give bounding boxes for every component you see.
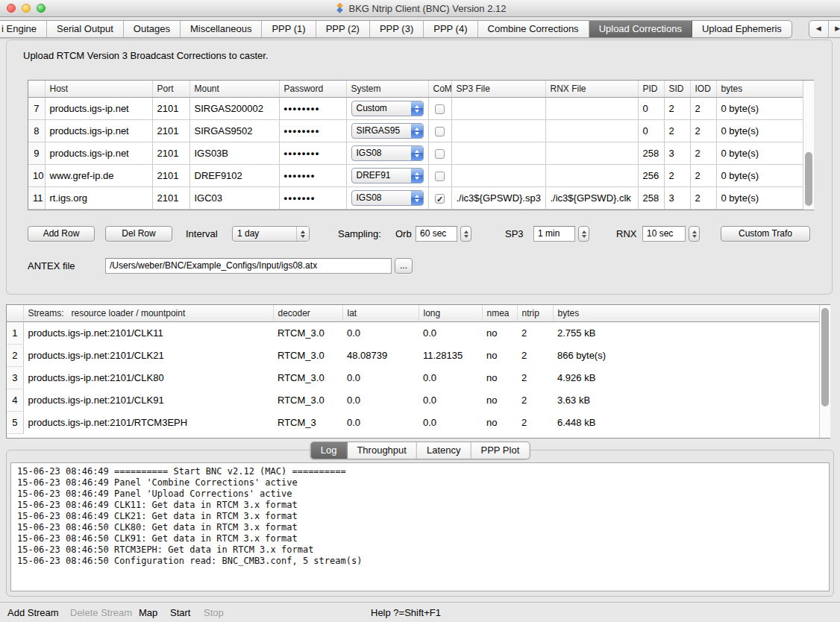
system-select[interactable]: IGS08 xyxy=(351,190,424,206)
upload-col-sid[interactable]: SID xyxy=(664,81,690,98)
upload-col-com[interactable]: CoM xyxy=(428,81,451,98)
rnx-file-cell[interactable] xyxy=(545,165,638,187)
sp3-file-cell[interactable] xyxy=(451,165,545,187)
host-cell[interactable]: rt.igs.org xyxy=(45,187,152,210)
upload-col-pid[interactable]: PID xyxy=(638,81,664,98)
password-cell[interactable]: •••••••• xyxy=(279,98,346,120)
com-checkbox[interactable] xyxy=(435,127,445,136)
streams-col-lat[interactable]: lat xyxy=(342,305,419,322)
password-cell[interactable]: •••••••• xyxy=(279,142,346,165)
tab-i-engine[interactable]: i Engine xyxy=(0,21,47,37)
rnx-sampling-input[interactable]: 10 sec xyxy=(642,226,686,242)
add-row-button[interactable]: Add Row xyxy=(28,226,95,242)
iod-cell[interactable]: 2 xyxy=(690,187,716,210)
streams-col-bytes[interactable]: bytes xyxy=(553,305,819,322)
upload-col-password[interactable]: Password xyxy=(279,81,346,98)
tab-ppp-3[interactable]: PPP (3) xyxy=(370,21,424,37)
add-stream-button[interactable]: Add Stream xyxy=(7,607,59,618)
mount-cell[interactable]: SIRGAS9502 xyxy=(189,120,279,142)
mount-cell[interactable]: IGC03 xyxy=(189,187,279,210)
log-tab-log[interactable]: Log xyxy=(311,442,348,459)
custom-trafo-button[interactable]: Custom Trafo xyxy=(721,226,810,242)
rnx-file-cell[interactable] xyxy=(545,120,638,142)
map-button[interactable]: Map xyxy=(139,607,157,618)
log-tab-throughput[interactable]: Throughput xyxy=(347,442,417,459)
sp3-file-cell[interactable] xyxy=(451,98,545,120)
host-cell[interactable]: products.igs-ip.net xyxy=(45,120,152,142)
tab-miscellaneous[interactable]: Miscellaneous xyxy=(181,21,262,37)
pid-cell[interactable]: 256 xyxy=(638,165,664,187)
rnx-file-cell[interactable] xyxy=(545,98,638,120)
stream-row-3[interactable]: 3products.igs-ip.net:2101/CLK80RTCM_3.00… xyxy=(7,367,819,389)
host-cell[interactable]: products.igs-ip.net xyxy=(45,98,152,120)
log-tab-ppp-plot[interactable]: PPP Plot xyxy=(471,442,529,459)
antex-file-input[interactable]: /Users/weber/BNC/Example_Configs/Input/i… xyxy=(105,258,392,274)
log-tab-latency[interactable]: Latency xyxy=(417,442,471,459)
upload-col-port[interactable]: Port xyxy=(152,81,189,98)
streams-col-streams-resource-loader-mountp[interactable]: Streams: resource loader / mountpoint xyxy=(23,305,273,322)
com-checkbox[interactable] xyxy=(435,172,445,181)
tab-scroll-right-button[interactable]: ▶ xyxy=(829,21,840,37)
host-cell[interactable]: products.igs-ip.net xyxy=(45,142,152,165)
stream-row-4[interactable]: 4products.igs-ip.net:2101/CLK91RTCM_3.00… xyxy=(7,389,819,412)
streams-table-scrollbar[interactable] xyxy=(819,305,830,438)
password-cell[interactable]: •••••••• xyxy=(279,120,346,142)
tab-scroll-left-button[interactable]: ◀ xyxy=(809,21,829,37)
stream-row-1[interactable]: 1products.igs-ip.net:2101/CLK11RTCM_3.00… xyxy=(7,322,819,345)
port-cell[interactable]: 2101 xyxy=(152,165,189,187)
iod-cell[interactable]: 2 xyxy=(690,142,716,165)
streams-col-ntrip[interactable]: ntrip xyxy=(517,305,553,322)
pid-cell[interactable]: 258 xyxy=(638,142,664,165)
sp3-sampling-input[interactable]: 1 min xyxy=(533,226,575,242)
delete-stream-button[interactable]: Delete Stream xyxy=(70,607,132,618)
tab-ppp-1[interactable]: PPP (1) xyxy=(262,21,316,37)
com-checkbox[interactable]: ✓ xyxy=(435,194,445,204)
tab-ppp-4[interactable]: PPP (4) xyxy=(424,21,477,37)
stream-row-5[interactable]: 5products.igs-ip.net:2101/RTCM3EPHRTCM_3… xyxy=(7,412,819,434)
port-cell[interactable]: 2101 xyxy=(152,120,189,142)
pid-cell[interactable]: 258 xyxy=(638,187,664,210)
mount-cell[interactable]: IGS03B xyxy=(189,142,279,165)
sp3-file-cell[interactable] xyxy=(451,142,545,165)
host-cell[interactable]: www.gref-ip.de xyxy=(45,165,152,187)
pid-cell[interactable]: 0 xyxy=(638,120,664,142)
port-cell[interactable]: 2101 xyxy=(152,142,189,165)
tab-serial-output[interactable]: Serial Output xyxy=(47,21,124,37)
sp3-file-cell[interactable] xyxy=(451,120,545,142)
system-select[interactable]: SIRGAS95 xyxy=(351,123,424,139)
streams-col-nmea[interactable]: nmea xyxy=(482,305,517,322)
del-row-button[interactable]: Del Row xyxy=(105,226,172,242)
upload-col-mount[interactable]: Mount xyxy=(189,81,279,98)
tab-ppp-2[interactable]: PPP (2) xyxy=(316,21,370,37)
sp3-file-cell[interactable]: ./ic3${GPSWD}.sp3 xyxy=(451,187,545,210)
stream-row-2[interactable]: 2products.igs-ip.net:2101/CLK21RTCM_3.04… xyxy=(7,345,819,367)
orb-stepper[interactable] xyxy=(460,226,471,242)
streams-col-decoder[interactable]: decoder xyxy=(273,305,342,322)
upload-col-system[interactable]: System xyxy=(346,81,428,98)
system-select[interactable]: DREF91 xyxy=(351,168,424,183)
password-cell[interactable]: ••••••• xyxy=(279,165,346,187)
iod-cell[interactable]: 2 xyxy=(690,120,716,142)
streams-col-long[interactable]: long xyxy=(419,305,482,322)
upload-table-scrollbar[interactable] xyxy=(803,81,814,210)
start-button[interactable]: Start xyxy=(170,607,190,618)
rnx-stepper[interactable] xyxy=(689,226,700,242)
upload-col-iod[interactable]: IOD xyxy=(690,81,716,98)
com-checkbox[interactable] xyxy=(435,104,445,114)
password-cell[interactable]: ••••••• xyxy=(279,187,346,210)
upload-col-sp3-file[interactable]: SP3 File xyxy=(451,81,545,98)
rnx-file-cell[interactable] xyxy=(545,142,638,165)
system-select[interactable]: Custom xyxy=(351,101,424,116)
help-button[interactable]: Help ?=Shift+F1 xyxy=(371,607,441,618)
mount-cell[interactable]: SIRGAS200002 xyxy=(189,98,279,120)
sid-cell[interactable]: 3 xyxy=(664,187,690,210)
iod-cell[interactable]: 2 xyxy=(690,98,716,120)
port-cell[interactable]: 2101 xyxy=(152,187,189,210)
orb-sampling-input[interactable]: 60 sec xyxy=(416,226,457,242)
tab-outages[interactable]: Outages xyxy=(124,21,181,37)
antex-browse-button[interactable]: ... xyxy=(395,258,413,274)
upload-col-rnx-file[interactable]: RNX File xyxy=(545,81,638,98)
upload-scrollbar-thumb[interactable] xyxy=(805,152,812,206)
system-select[interactable]: IGS08 xyxy=(351,145,424,161)
sp3-stepper[interactable] xyxy=(578,226,589,242)
